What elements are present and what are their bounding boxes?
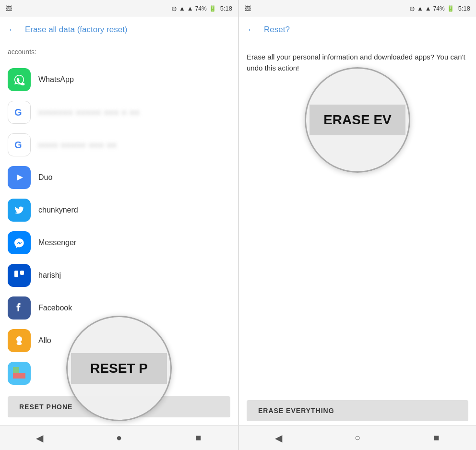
trello-name: harishj: [38, 271, 61, 280]
right-top-bar: ← Reset?: [239, 17, 476, 42]
minus-icon: ⊖: [171, 5, 177, 12]
google2-account: ●●●● ●●●●● ●●● ●●: [38, 141, 117, 149]
list-item: [8, 357, 230, 390]
svg-rect-10: [12, 301, 26, 315]
left-screen: 🖼 ⊖ ▲ ▲ 74% 🔋 5:18 ← Erase all data (fac…: [0, 0, 238, 450]
messenger-icon: [8, 231, 31, 254]
list-item: chunkynerd: [8, 194, 230, 226]
signal-icon-right: ▲: [425, 5, 431, 12]
right-screen: 🖼 ⊖ ▲ ▲ 74% 🔋 5:18 ← Reset? Erase all yo…: [238, 0, 476, 450]
time-right: 5:18: [458, 5, 470, 12]
svg-text:G: G: [14, 107, 22, 118]
right-status-left: 🖼: [245, 5, 251, 12]
list-item: Allo: [8, 324, 230, 357]
svg-rect-7: [12, 268, 26, 283]
facebook-icon: [8, 296, 31, 320]
left-back-button[interactable]: ←: [8, 24, 17, 35]
duo-icon: [8, 166, 31, 189]
list-item: Duo: [8, 161, 230, 194]
whatsapp-name: WhatsApp: [38, 75, 74, 84]
right-status-right: ⊖ ▲ ▲ 74% 🔋 5:18: [409, 5, 470, 12]
svg-point-6: [12, 236, 26, 250]
back-nav-button[interactable]: ◀: [31, 429, 48, 447]
wifi-icon-right: ▲: [417, 5, 423, 12]
list-item: G ●●●● ●●●●● ●●● ●●: [8, 129, 230, 161]
list-item: WhatsApp: [8, 63, 230, 96]
trello-icon: [8, 264, 31, 287]
svg-text:G: G: [14, 140, 22, 150]
recents-nav-right[interactable]: ■: [428, 429, 445, 447]
allo-icon: [8, 329, 31, 352]
left-status-bar: 🖼 ⊖ ▲ ▲ 74% 🔋 5:18: [0, 0, 238, 17]
battery-icon-right: 🔋: [447, 5, 454, 12]
svg-rect-15: [13, 367, 19, 373]
twitter-name: chunkynerd: [38, 206, 78, 214]
left-status-left: 🖼: [6, 5, 12, 12]
svg-rect-14: [13, 373, 25, 379]
right-content: Erase all your personal information and …: [239, 42, 476, 396]
svg-point-12: [16, 336, 22, 342]
reset-button-area: RESET PHONE: [0, 392, 238, 425]
reset-phone-button[interactable]: RESET PHONE: [8, 396, 230, 417]
time-left: 5:18: [220, 5, 232, 12]
battery-percent-left: 74%: [195, 5, 207, 12]
messenger-name: Messenger: [38, 238, 76, 247]
back-nav-right[interactable]: ◀: [270, 429, 287, 447]
erase-everything-button[interactable]: ERASE EVERYTHING: [247, 400, 468, 421]
battery-percent-right: 74%: [433, 5, 445, 12]
left-content: accounts: WhatsApp G ●●●●●●● ●●●●● ●●● ●…: [0, 42, 238, 392]
photo-icon-right: 🖼: [245, 5, 251, 12]
wifi-icon: ▲: [179, 5, 185, 12]
accounts-label: accounts:: [8, 48, 230, 56]
list-item: Facebook: [8, 292, 230, 324]
home-nav-button[interactable]: ●: [110, 429, 128, 447]
confirm-description: Erase all your personal information and …: [247, 52, 468, 73]
photo-icon: 🖼: [6, 5, 12, 12]
signal-icon: ▲: [187, 5, 193, 12]
twitter-icon: [8, 199, 31, 222]
svg-rect-8: [14, 271, 18, 277]
recents-nav-button[interactable]: ■: [190, 429, 207, 447]
right-bottom-nav: ◀ ○ ■: [239, 425, 476, 450]
home-nav-right[interactable]: ○: [349, 429, 366, 447]
list-item: G ●●●●●●● ●●●●● ●●● ● ●●: [8, 96, 230, 129]
left-bottom-nav: ◀ ● ■: [0, 425, 238, 450]
google1-account: ●●●●●●● ●●●●● ●●● ● ●●: [38, 108, 140, 116]
right-status-bar: 🖼 ⊖ ▲ ▲ 74% 🔋 5:18: [239, 0, 476, 17]
battery-icon-left: 🔋: [209, 5, 216, 12]
svg-rect-9: [20, 271, 24, 275]
facebook-name: Facebook: [38, 304, 72, 312]
left-page-title: Erase all data (factory reset): [25, 25, 128, 35]
minus-icon-right: ⊖: [409, 5, 415, 12]
duo-name: Duo: [38, 173, 52, 182]
whatsapp-icon: [8, 68, 31, 91]
right-page-title: Reset?: [264, 25, 290, 35]
list-item: harishj: [8, 259, 230, 292]
google1-icon: G: [8, 101, 31, 124]
generic-app-icon: [8, 362, 31, 385]
list-item: Messenger: [8, 226, 230, 259]
right-back-button[interactable]: ←: [247, 24, 256, 35]
left-top-bar: ← Erase all data (factory reset): [0, 17, 238, 42]
left-status-right: ⊖ ▲ ▲ 74% 🔋 5:18: [171, 5, 232, 12]
allo-name: Allo: [38, 336, 51, 345]
erase-button-area: ERASE EVERYTHING: [239, 396, 476, 425]
google2-icon: G: [8, 133, 31, 156]
